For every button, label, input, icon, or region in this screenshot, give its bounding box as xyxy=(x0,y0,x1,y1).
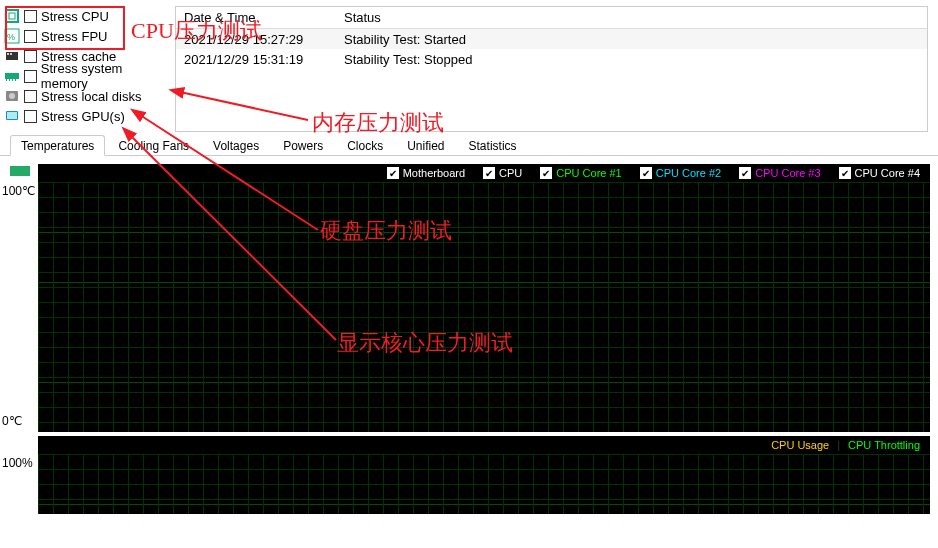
svg-rect-5 xyxy=(7,53,9,55)
stress-fpu-row[interactable]: % Stress FPU xyxy=(4,26,171,46)
stress-options-panel: Stress CPU % Stress FPU Stress cache Str… xyxy=(0,0,175,138)
gpu-icon xyxy=(4,108,20,124)
legend-separator: | xyxy=(837,439,840,451)
log-header-date[interactable]: Date & Time xyxy=(176,8,336,27)
stress-fpu-label: Stress FPU xyxy=(41,29,107,44)
stress-cpu-checkbox[interactable] xyxy=(24,10,37,23)
tab-unified[interactable]: Unified xyxy=(396,135,455,156)
legend-cpu-core-1[interactable]: ✔CPU Core #1 xyxy=(540,167,621,179)
temp-y-max: 100℃ xyxy=(2,184,35,198)
temperature-chart: ✔Motherboard ✔CPU ✔CPU Core #1 ✔CPU Core… xyxy=(38,164,930,432)
svg-rect-10 xyxy=(12,79,13,81)
cpu-icon xyxy=(4,8,20,24)
stress-memory-checkbox[interactable] xyxy=(24,70,37,83)
tab-clocks[interactable]: Clocks xyxy=(336,135,394,156)
svg-rect-7 xyxy=(5,73,19,79)
stress-disk-label: Stress local disks xyxy=(41,89,141,104)
event-log-panel: Date & Time Status 2021/12/29 15:27:29 S… xyxy=(175,6,928,132)
cpu-usage-legend: CPU Usage | CPU Throttling xyxy=(38,436,930,454)
stress-memory-label: Stress system memory xyxy=(41,61,171,91)
stress-memory-row[interactable]: Stress system memory xyxy=(4,66,171,86)
temp-y-min: 0℃ xyxy=(2,414,22,428)
legend-cpu-core-2[interactable]: ✔CPU Core #2 xyxy=(640,167,721,179)
log-row[interactable]: 2021/12/29 15:27:29 Stability Test: Star… xyxy=(176,29,927,49)
legend-motherboard[interactable]: ✔Motherboard xyxy=(387,167,465,179)
stress-disk-checkbox[interactable] xyxy=(24,90,37,103)
svg-rect-11 xyxy=(15,79,16,81)
tab-powers[interactable]: Powers xyxy=(272,135,334,156)
legend-cpu-core-4[interactable]: ✔CPU Core #4 xyxy=(839,167,920,179)
log-row[interactable]: 2021/12/29 15:31:19 Stability Test: Stop… xyxy=(176,49,927,69)
legend-cpu-throttling[interactable]: CPU Throttling xyxy=(848,439,920,451)
svg-rect-6 xyxy=(10,53,12,55)
stress-cpu-row[interactable]: Stress CPU xyxy=(4,6,171,26)
log-cell-date: 2021/12/29 15:27:29 xyxy=(176,30,336,49)
temperature-chart-canvas xyxy=(38,182,930,432)
legend-cpu-core-3[interactable]: ✔CPU Core #3 xyxy=(739,167,820,179)
legend-cpu[interactable]: ✔CPU xyxy=(483,167,522,179)
legend-cpu-usage[interactable]: CPU Usage xyxy=(771,439,829,451)
stress-gpu-checkbox[interactable] xyxy=(24,110,37,123)
cpu-usage-chart: CPU Usage | CPU Throttling 100% xyxy=(38,436,930,514)
svg-text:%: % xyxy=(7,32,15,42)
stress-gpu-label: Stress GPU(s) xyxy=(41,109,125,124)
tab-cooling-fans[interactable]: Cooling Fans xyxy=(107,135,200,156)
cache-icon xyxy=(4,48,20,64)
disk-icon xyxy=(4,88,20,104)
temperature-legend: ✔Motherboard ✔CPU ✔CPU Core #1 ✔CPU Core… xyxy=(38,164,930,182)
svg-rect-15 xyxy=(7,112,17,119)
chart-tabs: Temperatures Cooling Fans Voltages Power… xyxy=(0,134,938,156)
log-cell-status: Stability Test: Stopped xyxy=(336,50,927,69)
svg-rect-9 xyxy=(9,79,10,81)
log-cell-status: Stability Test: Started xyxy=(336,30,927,49)
tab-temperatures[interactable]: Temperatures xyxy=(10,135,105,156)
usage-y-max: 100% xyxy=(2,456,33,470)
log-header-row: Date & Time Status xyxy=(176,7,927,29)
fpu-icon: % xyxy=(4,28,20,44)
svg-rect-1 xyxy=(9,13,15,19)
stress-fpu-checkbox[interactable] xyxy=(24,30,37,43)
stress-cache-checkbox[interactable] xyxy=(24,50,37,63)
tab-voltages[interactable]: Voltages xyxy=(202,135,270,156)
stress-cpu-label: Stress CPU xyxy=(41,9,109,24)
sensor-icon-strip xyxy=(10,166,30,178)
log-header-status[interactable]: Status xyxy=(336,8,927,27)
tab-statistics[interactable]: Statistics xyxy=(458,135,528,156)
log-cell-date: 2021/12/29 15:31:19 xyxy=(176,50,336,69)
memory-icon xyxy=(4,68,20,84)
cpu-usage-chart-canvas xyxy=(38,454,930,514)
svg-rect-8 xyxy=(6,79,7,81)
stress-gpu-row[interactable]: Stress GPU(s) xyxy=(4,106,171,126)
svg-point-13 xyxy=(9,93,15,99)
